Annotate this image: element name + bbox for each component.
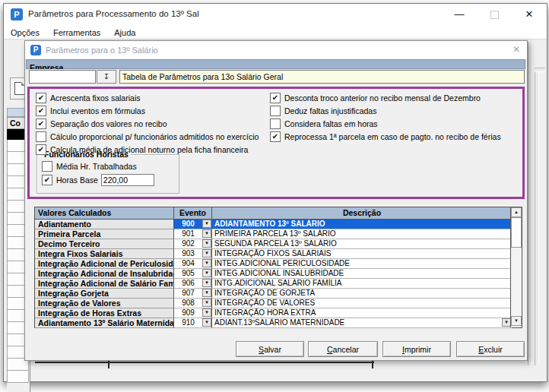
minimize-button[interactable]: — bbox=[442, 4, 477, 25]
empresa-row: ↧ Tabela de Parâmetros para 13o Salário … bbox=[26, 69, 525, 85]
cell-descricao: PRIMEIRA PARCELA 13º SALÁRIO bbox=[212, 229, 512, 239]
horas-base-input[interactable] bbox=[101, 174, 154, 186]
evento-value: 905 bbox=[174, 269, 202, 278]
evento-value: 908 bbox=[174, 299, 202, 308]
cell-valor: Adiantamento 13º Salário Maternidade bbox=[35, 318, 174, 328]
cell-valor: Integração de Valores bbox=[35, 299, 174, 308]
cell-descricao: INTG.ADICIONAL SALÁRIO FAMÍLIA bbox=[212, 279, 512, 289]
dialog-logo-icon: P bbox=[30, 45, 41, 55]
table-row[interactable]: Integração de Valores908▼INTEGRAÇÃO DE V… bbox=[35, 299, 512, 308]
checkbox[interactable]: ✔ bbox=[36, 119, 46, 129]
checkbox-option[interactable]: ✔Horas Base bbox=[42, 175, 154, 185]
dialog-close-button[interactable]: ✕ bbox=[513, 44, 520, 55]
checkbox-label: Separação dos valores no recibo bbox=[50, 119, 167, 128]
checkbox-option[interactable]: ✔Reprocessa 1ª parcela em caso de pagto.… bbox=[270, 131, 501, 142]
scrollbar-thumb[interactable] bbox=[511, 217, 522, 248]
empresa-code-input[interactable] bbox=[29, 70, 96, 84]
checkbox-label: Deduz faltas injustificadas bbox=[284, 106, 376, 115]
checkbox-option[interactable]: Considera faltas em horas bbox=[270, 119, 378, 129]
checkbox-option[interactable]: ✔Inclui eventos em fórmulas bbox=[36, 106, 145, 116]
menu-item-ferramentas[interactable]: Ferramentas bbox=[46, 27, 107, 37]
table-row[interactable]: Integra Fixos Salariais903▼INTEGRAÇÃO FI… bbox=[35, 249, 512, 259]
valores-table: Valores Calculados Evento Descrição Adia… bbox=[34, 207, 522, 328]
scroll-down-icon: ▼ bbox=[514, 318, 519, 323]
checkbox-option[interactable]: Média Hr. Trabalhadas bbox=[42, 161, 137, 172]
checkbox[interactable]: ✔ bbox=[270, 131, 281, 142]
table-row[interactable]: Integração Adicional de Insalubridade905… bbox=[35, 269, 512, 279]
dialog-close-icon: ✕ bbox=[513, 44, 520, 55]
checkbox[interactable]: ✔ bbox=[42, 175, 52, 185]
cancelar-button[interactable]: Cancelar bbox=[308, 341, 378, 357]
evento-dropdown-icon[interactable]: ▼ bbox=[202, 239, 211, 248]
menu-item-ajuda[interactable]: Ajuda bbox=[107, 27, 142, 37]
checkbox[interactable]: ✔ bbox=[36, 144, 46, 155]
table-row[interactable]: Adiantamento 13º Salário Maternidade910▼… bbox=[35, 318, 512, 328]
cell-valor: Integração de Horas Extras bbox=[35, 308, 174, 318]
menu-item-opções[interactable]: Opções bbox=[4, 27, 46, 37]
cell-descricao: INTEGRAÇÃO FIXOS SALARIAIS bbox=[212, 249, 512, 259]
new-document-icon bbox=[14, 82, 25, 95]
evento-value: 901 bbox=[174, 229, 202, 239]
evento-dropdown-icon[interactable]: ▼ bbox=[202, 259, 211, 267]
checkbox-label: Cálculo proporcional p/ funcionários adm… bbox=[50, 132, 259, 141]
parametros-dialog: P Parâmetros para o 13º Salário ✕ Empres… bbox=[24, 40, 528, 361]
checkbox[interactable]: ✔ bbox=[270, 93, 281, 103]
evento-dropdown-icon[interactable]: ▼ bbox=[202, 299, 211, 307]
evento-dropdown-icon[interactable]: ▼ bbox=[202, 220, 211, 228]
scroll-up-icon: ▲ bbox=[514, 210, 519, 214]
table-row[interactable]: Integração Adicional de Periculosidade90… bbox=[35, 259, 512, 269]
checkbox[interactable] bbox=[270, 119, 281, 129]
checkbox[interactable] bbox=[36, 131, 46, 142]
close-button[interactable]: ✕ bbox=[512, 4, 547, 25]
maximize-button[interactable] bbox=[477, 4, 512, 25]
checkbox-option[interactable]: ✔Desconta troco anterior no recibo mensa… bbox=[270, 93, 481, 103]
scroll-up-button[interactable]: ▲ bbox=[511, 207, 522, 217]
table-row[interactable]: Adiantamento900▼ADIANTAMENTO 13º SALÁRIO bbox=[35, 220, 512, 229]
empresa-lookup-button[interactable]: ↧ bbox=[97, 70, 116, 84]
evento-dropdown-icon[interactable]: ▼ bbox=[202, 229, 211, 238]
excluir-button[interactable]: Excluir bbox=[456, 341, 525, 357]
checkbox-label: Reprocessa 1ª parcela em caso de pagto. … bbox=[284, 132, 501, 141]
evento-dropdown-icon[interactable]: ▼ bbox=[202, 308, 211, 317]
salvar-button[interactable]: Salvar bbox=[236, 341, 304, 357]
checkbox-option[interactable]: ✔Acrescenta fixos salariais bbox=[36, 93, 140, 103]
evento-dropdown-icon[interactable]: ▼ bbox=[202, 269, 211, 277]
evento-dropdown-icon[interactable]: ▼ bbox=[202, 249, 211, 258]
imprimir-button[interactable]: Imprimir bbox=[382, 341, 451, 357]
evento-dropdown-icon[interactable]: ▼ bbox=[202, 318, 211, 327]
table-row[interactable]: Integração de Horas Extras909▼INTEGRAÇÃO… bbox=[35, 308, 512, 318]
checkbox-label: Horas Base bbox=[56, 175, 98, 185]
cell-evento: 904▼ bbox=[174, 259, 212, 269]
header-evento: Evento bbox=[174, 207, 212, 220]
table-vertical-scrollbar[interactable]: ▲ ▼ bbox=[510, 207, 522, 327]
checkbox[interactable] bbox=[270, 106, 281, 116]
checkbox-option[interactable]: ✔Separação dos valores no recibo bbox=[36, 119, 167, 129]
checkbox[interactable]: ✔ bbox=[36, 93, 46, 103]
checkbox-option[interactable]: ✔Calcula média de adicional noturno pela… bbox=[36, 144, 248, 155]
evento-dropdown-icon[interactable]: ▼ bbox=[202, 289, 211, 297]
cell-valor: Decimo Terceiro bbox=[35, 239, 174, 249]
checkbox-label: Considera faltas em horas bbox=[284, 119, 378, 128]
evento-value: 907 bbox=[174, 289, 202, 298]
checkbox[interactable]: ✔ bbox=[36, 106, 46, 116]
table-row[interactable]: Decimo Terceiro902▼SEGUNDA PARCELA 13º S… bbox=[35, 239, 512, 249]
table-row[interactable]: Integração Gorjeta907▼INTEGRAÇÃO DE GORJ… bbox=[35, 289, 512, 299]
empresa-description-field[interactable]: Tabela de Parâmetros para 13o Salário Ge… bbox=[119, 70, 525, 84]
checkbox-label: Calcula média de adicional noturno pela … bbox=[50, 145, 248, 154]
checkbox-option[interactable]: Cálculo proporcional p/ funcionários adm… bbox=[36, 131, 259, 142]
app-logo-icon: P bbox=[11, 8, 23, 21]
table-row[interactable]: Primeira Parcela901▼PRIMEIRA PARCELA 13º… bbox=[35, 229, 512, 239]
checkbox-option[interactable]: Deduz faltas injustificadas bbox=[270, 106, 376, 116]
cell-descricao: INTEG.ADICIONAL PERICULOSIDADE bbox=[212, 259, 512, 269]
evento-value: 906 bbox=[174, 279, 202, 288]
table-row[interactable]: Integração Adicional de Salário Família9… bbox=[35, 279, 512, 289]
lookup-arrow-icon: ↧ bbox=[103, 72, 109, 81]
header-valores-calculados: Valores Calculados bbox=[35, 207, 174, 220]
cell-descricao: ADIANTAMENTO 13º SALÁRIO bbox=[212, 220, 512, 229]
evento-value: 909 bbox=[174, 308, 202, 318]
evento-dropdown-icon[interactable]: ▼ bbox=[202, 279, 211, 287]
checkbox[interactable] bbox=[42, 161, 52, 172]
scroll-down-button[interactable]: ▼ bbox=[511, 316, 522, 326]
evento-value: 910 bbox=[174, 318, 202, 327]
cell-valor: Primeira Parcela bbox=[35, 229, 174, 239]
